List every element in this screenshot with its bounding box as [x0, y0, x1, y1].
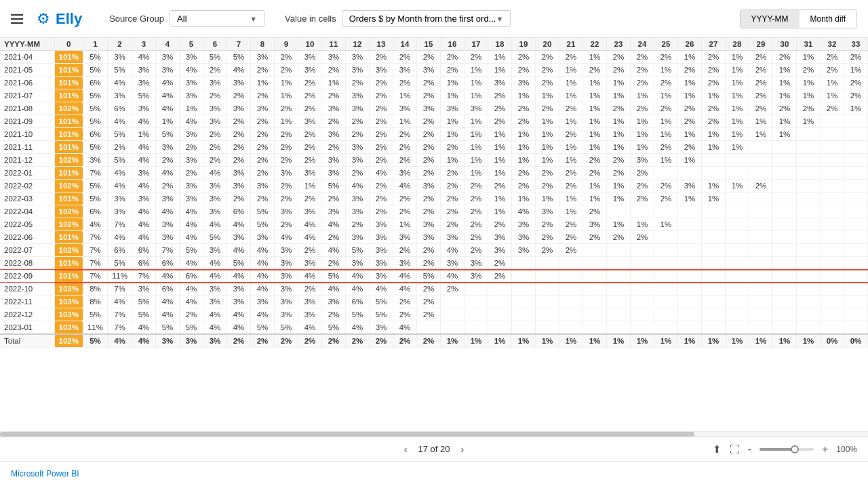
table-cell: [654, 296, 677, 308]
table-cell: 3%: [345, 64, 369, 77]
table-cell: 4%: [345, 283, 369, 296]
table-cell: 3%: [321, 154, 345, 167]
table-cell: 1%: [274, 77, 298, 89]
table-cell: 1%: [583, 115, 606, 128]
table-cell: 1%: [606, 115, 630, 128]
table-cell: 3%: [321, 296, 345, 308]
table-cell: 4%: [203, 308, 226, 321]
table-cell: 1%: [820, 89, 844, 102]
row-date: 2022-03: [0, 192, 54, 205]
table-cell: [749, 192, 772, 205]
table-cell: 3%: [274, 205, 298, 218]
row-first-value: 102%: [54, 334, 83, 348]
table-cell: 3%: [226, 77, 250, 89]
table-cell: 4%: [250, 308, 274, 321]
table-cell: 4%: [107, 77, 132, 89]
col-header-23: 23: [606, 38, 630, 51]
zoom-plus-icon[interactable]: +: [822, 443, 828, 455]
table-cell: 2%: [535, 231, 559, 244]
row-date: 2022-07: [0, 244, 54, 257]
zoom-slider[interactable]: [760, 448, 814, 451]
table-cell: 1%: [630, 141, 654, 154]
table-cell: 1%: [772, 77, 796, 89]
page-prev-button[interactable]: ‹: [400, 443, 412, 456]
table-cell: 1%: [488, 205, 511, 218]
table-cell: 2%: [749, 51, 772, 64]
table-cell: [844, 205, 867, 218]
source-group-dropdown[interactable]: All ▼: [170, 10, 264, 27]
col-header-20: 20: [535, 38, 559, 51]
table-cell: [772, 257, 796, 270]
table-cell: 1%: [535, 128, 559, 141]
table-cell: 1%: [606, 192, 630, 205]
row-first-value: 101%: [54, 51, 83, 64]
table-cell: 2%: [321, 308, 345, 321]
table-cell: 2%: [416, 205, 440, 218]
table-cell: 2%: [606, 64, 630, 77]
table-cell: 5%: [416, 270, 440, 283]
source-group-filter: Source Group All ▼: [109, 10, 264, 27]
table-cell: 2%: [583, 231, 606, 244]
table-cell: 3%: [535, 205, 559, 218]
table-cell: [701, 270, 725, 283]
table-cell: 1%: [725, 115, 749, 128]
table-cell: 4%: [250, 270, 274, 283]
table-cell: 2%: [559, 218, 583, 231]
table-cell: 2%: [701, 51, 725, 64]
table-cell: 6%: [155, 257, 179, 270]
table-cell: [725, 192, 749, 205]
value-dropdown[interactable]: Orders $ by Month from the first ord... …: [342, 10, 511, 27]
table-cell: [511, 257, 535, 270]
table-cell: 5%: [132, 308, 155, 321]
row-first-value: 103%: [54, 308, 83, 321]
horizontal-scrollbar[interactable]: [0, 431, 868, 436]
powerbi-link[interactable]: Microsoft Power BI: [11, 469, 79, 479]
table-row: 2021-07101%5%3%5%4%3%2%2%2%1%2%2%3%2%1%2…: [0, 89, 868, 102]
table-cell: [701, 296, 725, 308]
table-row: 2021-08102%5%6%3%4%1%3%3%3%2%2%3%3%2%3%3…: [0, 102, 868, 115]
toggle-yyyy-mm-button[interactable]: YYYY-MM: [741, 10, 800, 28]
table-cell: 1%: [464, 115, 488, 128]
table-cell: 2%: [250, 115, 274, 128]
table-cell: 4%: [203, 270, 226, 283]
table-cell: 3%: [393, 167, 416, 180]
table-cell: 5%: [155, 128, 179, 141]
table-cell: [796, 270, 820, 283]
table-cell: 1%: [725, 77, 749, 89]
table-cell: 2%: [107, 141, 132, 154]
table-cell: [630, 244, 654, 257]
table-cell: [701, 283, 725, 296]
table-cell: 2%: [345, 334, 369, 348]
table-cell: 1%: [583, 77, 606, 89]
table-cell: 1%: [606, 77, 630, 89]
table-cell: [796, 296, 820, 308]
table-cell: 2%: [535, 64, 559, 77]
table-cell: [701, 244, 725, 257]
table-cell: 7%: [83, 167, 107, 180]
table-cell: 2%: [416, 128, 440, 141]
col-header-YYYY-MM: YYYY-MM: [0, 38, 54, 51]
table-cell: [796, 205, 820, 218]
table-cell: 4%: [155, 102, 179, 115]
table-cell: [488, 283, 511, 296]
table-cell: [559, 321, 583, 335]
table-cell: 5%: [179, 321, 203, 335]
table-cell: [820, 205, 844, 218]
table-cell: 4%: [298, 321, 321, 335]
page-next-button[interactable]: ›: [457, 443, 469, 456]
share-icon[interactable]: ⬆: [713, 443, 722, 455]
table-cell: 3%: [83, 154, 107, 167]
table-cell: 2%: [274, 141, 298, 154]
table-cell: [677, 244, 701, 257]
table-cell: 8%: [83, 283, 107, 296]
table-cell: 3%: [226, 180, 250, 192]
fullscreen-icon[interactable]: ⛶: [730, 443, 740, 455]
table-cell: [796, 167, 820, 180]
hamburger-menu[interactable]: [11, 14, 23, 24]
toggle-month-diff-button[interactable]: Month diff: [800, 10, 856, 28]
table-cell: 3%: [107, 192, 132, 205]
table-cell: 2%: [155, 154, 179, 167]
table-cell: 1%: [298, 180, 321, 192]
zoom-minus-icon[interactable]: -: [748, 443, 751, 455]
table-cell: 1%: [132, 128, 155, 141]
